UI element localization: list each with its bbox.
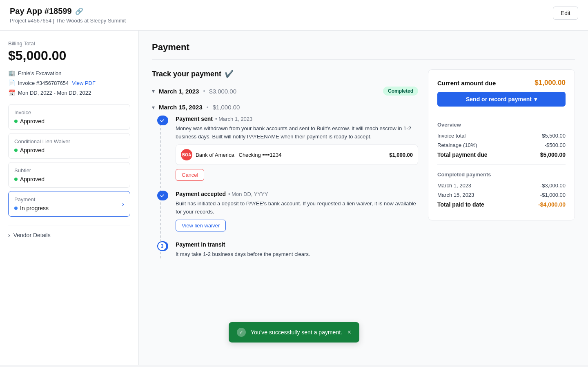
chevron-expand-icon: ›	[8, 232, 10, 238]
edit-button[interactable]: Edit	[553, 7, 578, 20]
current-amount-value: $1,000.00	[535, 79, 566, 87]
status-dot-invoice	[14, 120, 18, 123]
toast-notification: ✓ You've successfully sent a payment. ×	[229, 322, 359, 343]
status-card-left-payment: Payment In progress	[14, 196, 49, 211]
main-content: Billing Total $5,000.00 🏢 Ernie's Excava…	[0, 31, 588, 365]
payment-group-2: ▾ March 15, 2023 • $1,000.00	[152, 104, 418, 258]
top-bar-left: Pay App #18599 🔗 Project #4567654 | The …	[10, 7, 126, 24]
billing-amount: $5,000.00	[8, 48, 130, 63]
payment-1-amount: -$3,000.00	[540, 182, 566, 189]
chevron-right-icon: ›	[122, 200, 124, 208]
group-date-2: March 15, 2023	[159, 104, 203, 111]
toast-message: You've successfully sent a payment.	[251, 329, 342, 336]
track-section: Track your payment ✔️ ▾ March 1, 2023 • …	[152, 69, 418, 268]
group-separator-2: •	[207, 104, 209, 111]
payment-heading: Payment	[152, 42, 575, 60]
timeline-desc-transit: It may take 1-2 business days before the…	[176, 250, 418, 258]
project-subtitle: Project #4567654 | The Woods at Sleepy S…	[10, 18, 126, 24]
total-payment-value: $5,000.00	[540, 151, 566, 158]
page-title: Pay App #18599 🔗	[10, 7, 126, 16]
total-paid-label: Total paid to date	[437, 201, 484, 208]
status-card-title-payment: Payment	[14, 196, 49, 202]
toast-check-icon: ✓	[237, 328, 246, 337]
status-row-payment: In progress	[14, 205, 49, 211]
timeline: Payment sent • March 1, 2023 Money was w…	[160, 116, 418, 258]
bank-row: BOA Bank of America Checking ••••1234 $1…	[176, 145, 418, 165]
current-amount-header: Current amount due $1,000.00	[437, 79, 566, 87]
invoice-total-label: Invoice total	[437, 133, 466, 139]
retainage-label: Retainage (10%)	[437, 142, 477, 148]
view-pdf-link[interactable]: View PDF	[72, 80, 96, 86]
status-card-title-invoice: Invoice	[14, 109, 124, 116]
payment-body: Track your payment ✔️ ▾ March 1, 2023 • …	[152, 69, 575, 268]
bank-amount: $1,000.00	[389, 152, 413, 158]
bank-left: BOA Bank of America Checking ••••1234	[181, 149, 281, 160]
retainage-value: -$500.00	[545, 142, 566, 148]
status-card-title-lien: Conditional Lien Waiver	[14, 138, 124, 145]
link-icon[interactable]: 🔗	[75, 7, 83, 15]
payment-1-row: March 1, 2023 -$3,000.00	[437, 182, 566, 189]
vendor-details[interactable]: › Vendor Details	[8, 225, 130, 238]
status-text-invoice: Approved	[20, 118, 45, 125]
status-card-invoice[interactable]: Invoice Approved	[8, 104, 130, 130]
payment-2-row: March 15, 2023 -$1,000.00	[437, 192, 566, 198]
timeline-title-accepted: Payment accepted • Mon DD, YYYY	[176, 191, 418, 197]
vendor-details-label: Vendor Details	[13, 232, 51, 238]
company-name: Ernie's Excavation	[18, 70, 62, 76]
status-row-lien: Approved	[14, 147, 124, 153]
send-payment-label: Send or record payment	[466, 96, 532, 102]
sidebar-meta: 🏢 Ernie's Excavation 📄 Invoice #34567876…	[8, 70, 130, 96]
right-panel: Current amount due $1,000.00 Send or rec…	[428, 69, 575, 220]
calendar-icon: 📅	[8, 89, 15, 96]
timeline-title-sent: Payment sent • March 1, 2023	[176, 116, 418, 122]
cancel-button[interactable]: Cancel	[176, 169, 204, 181]
status-card-payment[interactable]: Payment In progress ›	[8, 191, 130, 217]
status-dot-lien	[14, 149, 18, 152]
status-dot-payment	[14, 207, 18, 210]
status-text-payment: In progress	[20, 205, 49, 211]
status-card-lien[interactable]: Conditional Lien Waiver Approved	[8, 133, 130, 159]
building-icon: 🏢	[8, 70, 15, 76]
payment-group-header-2[interactable]: ▾ March 15, 2023 • $1,000.00	[152, 104, 418, 111]
chevron-down-btn-icon: ▾	[534, 96, 537, 102]
chevron-down-icon-2: ▾	[152, 104, 155, 111]
timeline-title-transit: Payment in transit	[176, 241, 418, 248]
invoice-number: Invoice #3456787654	[18, 80, 69, 86]
top-bar: Pay App #18599 🔗 Project #4567654 | The …	[0, 0, 588, 31]
group-amount-2: $1,000.00	[213, 104, 240, 111]
overview-label: Overview	[437, 122, 566, 128]
view-lien-waiver-button[interactable]: View lien waiver	[176, 220, 226, 231]
send-payment-button[interactable]: Send or record payment ▾	[437, 92, 566, 107]
status-row-invoice: Approved	[14, 118, 124, 125]
invoice-meta: 📄 Invoice #3456787654 View PDF	[8, 80, 130, 86]
status-row-subtier: Approved	[14, 176, 124, 182]
total-paid-value: -$4,000.00	[538, 201, 566, 208]
timeline-dot-accepted	[157, 191, 167, 200]
timeline-item-accepted: Payment accepted • Mon DD, YYYY Built ha…	[169, 191, 418, 231]
chevron-down-icon-1: ▾	[152, 88, 155, 94]
billing-label: Billing Total	[8, 40, 130, 47]
timeline-desc-accepted: Built has initiated a deposit to PAYEE's…	[176, 200, 418, 216]
shield-icon: ✔️	[225, 69, 234, 78]
group-date-1: March 1, 2023	[159, 88, 199, 95]
timeline-item-sent: Payment sent • March 1, 2023 Money was w…	[169, 116, 418, 181]
divider-1	[437, 115, 566, 115]
payment-2-date: March 15, 2023	[437, 192, 474, 198]
status-cards: Invoice Approved Conditional Lien Waiver…	[8, 104, 130, 217]
timeline-item-transit: 3 Payment in transit It may take 1-2 bus…	[169, 241, 418, 258]
total-payment-label: Total payment due	[437, 151, 488, 158]
toast-close-button[interactable]: ×	[347, 329, 351, 336]
payment-group-header-1[interactable]: ▾ March 1, 2023 • $3,000.00 Completed	[152, 87, 418, 96]
date-range: Mon DD, 2022 - Mon DD, 2022	[18, 90, 91, 96]
status-text-subtier: Approved	[20, 176, 45, 182]
payment-1-date: March 1, 2023	[437, 182, 471, 189]
status-card-subtier[interactable]: Subtier Approved	[8, 162, 130, 188]
status-card-title-subtier: Subtier	[14, 167, 124, 173]
track-title: Track your payment	[152, 70, 221, 78]
completed-payments-label: Completed payments	[437, 171, 566, 178]
bank-name: Bank of America Checking ••••1234	[196, 152, 281, 158]
retainage-row: Retainage (10%) -$500.00	[437, 142, 566, 148]
group-separator-1: •	[203, 88, 205, 94]
timeline-date-accepted: • Mon DD, YYYY	[228, 191, 268, 197]
payment-group-1: ▾ March 1, 2023 • $3,000.00 Completed	[152, 87, 418, 96]
